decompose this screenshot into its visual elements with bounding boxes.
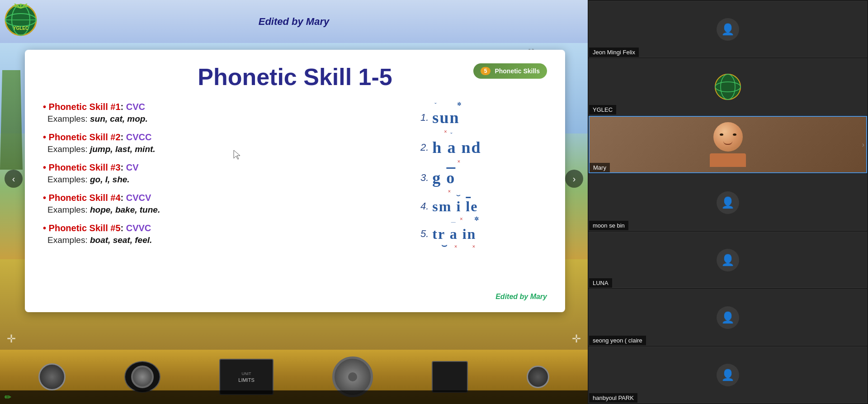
- visual-word-smile: 4. sm i ⌣ le × ✲: [420, 196, 547, 217]
- visual-word-hand: 2. h a ˘ nd ×: [420, 136, 547, 159]
- participant-name-hanbyoul-park: hanbyoul PARK: [589, 393, 637, 403]
- participant-tile-yglec: YGLEC: [589, 58, 867, 115]
- participant-name-yglec: YGLEC: [589, 105, 616, 114]
- participant-tile-hanbyoul-park: 👤 hanbyoul PARK: [589, 347, 867, 403]
- header-title: Edited by Mary: [259, 16, 329, 28]
- participant-tile-jeon-mingi-felix: 👤 Jeon Mingi Felix: [589, 1, 867, 57]
- avatar-mary: [590, 117, 866, 172]
- avatar-yglec: [589, 59, 867, 114]
- participant-name-jeon-mingi-felix: Jeon Mingi Felix: [589, 48, 639, 57]
- participant-tile-moon-se-bin: 👤 moon se bin: [589, 174, 867, 231]
- panel-knob-right: [527, 366, 549, 388]
- crosshair-right: ✛: [572, 333, 581, 345]
- safari-background: 🦒 Phonetic Skill 1-5 5 Phonetic Skills: [0, 43, 588, 404]
- edit-watermark-card: Edited by Mary: [495, 293, 547, 301]
- visual-word-go: 3. g o ×: [420, 166, 547, 189]
- badge-number: 5: [481, 67, 491, 75]
- prev-slide-button[interactable]: ‹: [5, 170, 23, 188]
- skill-item-1: • Phonetic Skill #1: CVC Examples: sun, …: [43, 102, 411, 124]
- next-slide-button[interactable]: ›: [565, 170, 583, 188]
- phonetic-skills-card: Phonetic Skill 1-5 5 Phonetic Skills •: [25, 50, 565, 312]
- svg-point-10: [715, 74, 741, 100]
- arrow-right-icon: ›: [573, 174, 576, 184]
- header-bar: YGLEC Edited by Mary: [0, 0, 588, 43]
- crosshair-left: ✛: [7, 333, 16, 345]
- avatar-luna: 👤: [589, 232, 867, 288]
- panel-knob-left: [38, 363, 66, 390]
- participant-tile-luna: 👤 LUNA: [589, 232, 867, 288]
- participant-name-moon-se-bin: moon se bin: [589, 221, 628, 230]
- display-panel: UNIT LIMITS: [219, 359, 274, 395]
- panel-display-right: [432, 361, 468, 393]
- pencil-icon[interactable]: ✏: [5, 392, 11, 402]
- visual-word-train: 5. tr a ― in ⌣ × ×: [420, 224, 547, 244]
- skill-item-2: • Phonetic Skill #2: CVCC Examples: jump…: [43, 132, 411, 154]
- participant-name-seong-yeon-claire: seong yeon ( claire: [589, 336, 646, 345]
- yglec-logo: YGLEC: [5, 4, 37, 36]
- phonetic-badge: 5 Phonetic Skills: [473, 63, 547, 79]
- card-title: Phonetic Skill 1-5: [43, 63, 547, 90]
- svg-text:YGLEC: YGLEC: [13, 26, 28, 31]
- participant-tile-mary: Mary ›: [589, 116, 867, 173]
- skills-list: • Phonetic Skill #1: CVC Examples: sun, …: [43, 102, 420, 253]
- participant-tile-seong-yeon-claire: 👤 seong yeon ( claire: [589, 289, 867, 346]
- visual-word-sun: 1. s ˘ un × ✲: [420, 106, 547, 129]
- avatar-moon-se-bin: 👤: [589, 175, 867, 230]
- skill-item-4: • Phonetic Skill #4: CVCV Examples: hope…: [43, 193, 411, 215]
- badge-label: Phonetic Skills: [495, 67, 540, 75]
- participant-name-luna: LUNA: [589, 278, 612, 288]
- compass-icon: [131, 366, 154, 388]
- arrow-left-icon: ‹: [12, 174, 15, 184]
- skill-item-3: • Phonetic Skill #3: CV Examples: go, I,…: [43, 162, 411, 185]
- participant-name-mary: Mary: [590, 163, 610, 172]
- skill-item-5: • Phonetic Skill #5: CVVC Examples: boat…: [43, 223, 411, 245]
- bottom-toolbar: ✏: [0, 390, 588, 404]
- participants-sidebar: 👤 Jeon Mingi Felix YGLEC: [588, 0, 868, 404]
- expand-tile-button[interactable]: ›: [862, 141, 864, 149]
- visual-examples: 1. s ˘ un × ✲ 2. h: [420, 102, 547, 253]
- main-content-area: YGLEC Edited by Mary 🦒 Phonetic Skill 1-…: [0, 0, 588, 404]
